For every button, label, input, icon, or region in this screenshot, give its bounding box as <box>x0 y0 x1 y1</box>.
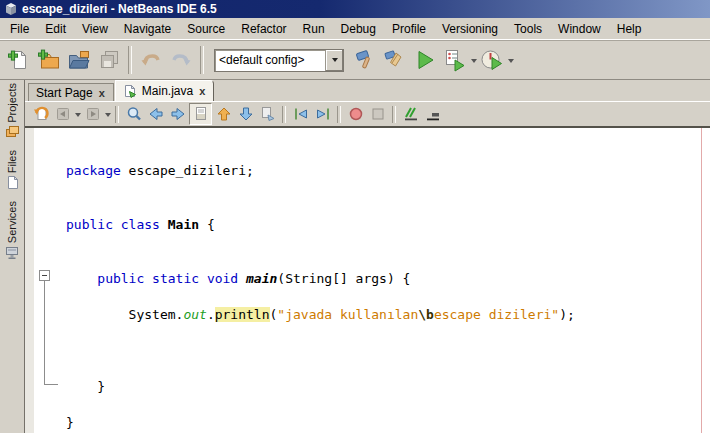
arrow-left-icon <box>147 105 165 123</box>
tab-label: Start Page <box>36 86 93 100</box>
toggle-highlight-search-button[interactable] <box>189 103 212 125</box>
document-tab-row: Start Page x Main.java x <box>25 80 710 101</box>
highlight-icon <box>192 105 210 123</box>
toolbar-separator <box>337 106 341 123</box>
find-next-button[interactable] <box>167 104 188 124</box>
sidebar-item-label: Projects <box>6 83 18 123</box>
back-dropdown-arrow-icon[interactable] <box>75 113 81 120</box>
code-line <box>66 198 575 216</box>
sidebar-item-files[interactable]: Files <box>5 150 20 190</box>
profile-dropdown-arrow-icon[interactable] <box>508 59 514 66</box>
files-icon <box>5 175 20 190</box>
window-title: escape_dizileri - NetBeans IDE 6.5 <box>22 2 217 16</box>
config-dropdown[interactable]: <default config> <box>214 49 344 72</box>
menu-tools[interactable]: Tools <box>506 19 550 39</box>
undo-button[interactable] <box>136 45 166 75</box>
stop-macro-recording-button[interactable] <box>367 104 388 124</box>
menu-view[interactable]: View <box>74 19 116 39</box>
new-project-button[interactable] <box>34 45 64 75</box>
toolbar-separator <box>282 106 286 123</box>
code-line <box>66 180 575 198</box>
start-macro-recording-button[interactable] <box>345 104 366 124</box>
find-selection-button[interactable] <box>123 104 144 124</box>
code-line: } <box>66 378 575 396</box>
save-all-button[interactable] <box>94 45 124 75</box>
forward-button[interactable] <box>82 104 103 124</box>
run-project-button[interactable] <box>410 45 440 75</box>
sidebar-item-label: Files <box>6 150 18 173</box>
menu-profile[interactable]: Profile <box>384 19 434 39</box>
back-button[interactable] <box>52 104 73 124</box>
code-line <box>66 396 575 414</box>
chevron-down-icon[interactable] <box>325 50 343 71</box>
clean-and-build-button[interactable] <box>380 45 410 75</box>
code-area[interactable]: package escape_dizileri; public class Ma… <box>25 128 575 432</box>
menu-bar: File Edit View Navigate Source Refactor … <box>0 18 710 40</box>
menu-run[interactable]: Run <box>295 19 333 39</box>
next-bookmark-button[interactable] <box>235 104 256 124</box>
menu-file[interactable]: File <box>2 19 37 39</box>
debug-project-button[interactable] <box>440 45 470 75</box>
code-editor[interactable]: package escape_dizileri; public class Ma… <box>25 128 710 433</box>
shift-line-right-button[interactable] <box>312 104 333 124</box>
search-icon <box>125 105 143 123</box>
close-icon[interactable]: x <box>198 85 206 97</box>
menu-help[interactable]: Help <box>609 19 650 39</box>
uncomment-button[interactable] <box>422 104 443 124</box>
save-all-icon <box>97 48 121 72</box>
toggle-bookmark-button[interactable] <box>257 104 278 124</box>
arrow-down-icon <box>237 105 255 123</box>
forward-icon <box>84 105 102 123</box>
shift-left-icon <box>292 105 310 123</box>
netbeans-cube-icon <box>4 2 18 16</box>
menu-debug[interactable]: Debug <box>333 19 384 39</box>
code-line <box>66 342 575 360</box>
arrow-right-icon <box>169 105 187 123</box>
menu-refactor[interactable]: Refactor <box>233 19 294 39</box>
run-icon <box>413 48 437 72</box>
code-line <box>66 288 575 306</box>
code-line <box>66 324 575 342</box>
last-edit-position-button[interactable] <box>30 104 51 124</box>
code-line: System.out.println("javada kullanılan\be… <box>66 306 575 324</box>
code-line: } <box>66 414 575 432</box>
open-project-icon <box>67 48 91 72</box>
editor-toolbar <box>25 101 710 128</box>
menu-edit[interactable]: Edit <box>37 19 74 39</box>
close-icon[interactable]: x <box>98 87 106 99</box>
stop-icon <box>369 105 387 123</box>
tab-main-java[interactable]: Main.java x <box>115 80 214 101</box>
find-previous-button[interactable] <box>145 104 166 124</box>
java-file-icon <box>123 84 137 98</box>
code-line <box>66 234 575 252</box>
new-project-icon <box>37 48 61 72</box>
open-project-button[interactable] <box>64 45 94 75</box>
menu-versioning[interactable]: Versioning <box>434 19 506 39</box>
build-hammer-icon <box>353 48 377 72</box>
redo-button[interactable] <box>166 45 196 75</box>
code-line <box>66 252 575 270</box>
sidebar-item-services[interactable]: Services <box>5 201 20 260</box>
menu-navigate[interactable]: Navigate <box>116 19 179 39</box>
last-edit-icon <box>32 105 50 123</box>
bookmark-icon <box>259 105 277 123</box>
profile-icon <box>480 48 504 72</box>
code-line: public class Main { <box>66 216 575 234</box>
forward-dropdown-arrow-icon[interactable] <box>105 113 111 120</box>
comment-button[interactable] <box>400 104 421 124</box>
arrow-up-icon <box>215 105 233 123</box>
previous-bookmark-button[interactable] <box>213 104 234 124</box>
toolbar-separator <box>128 46 132 74</box>
tab-start-page[interactable]: Start Page x <box>28 83 114 101</box>
main-toolbar: <default config> <box>0 40 710 80</box>
record-icon <box>347 105 365 123</box>
menu-window[interactable]: Window <box>550 19 609 39</box>
build-project-button[interactable] <box>350 45 380 75</box>
profile-project-button[interactable] <box>477 45 507 75</box>
back-icon <box>54 105 72 123</box>
services-icon <box>5 245 20 260</box>
sidebar-item-projects[interactable]: Projects <box>5 83 20 139</box>
shift-line-left-button[interactable] <box>290 104 311 124</box>
menu-source[interactable]: Source <box>179 19 233 39</box>
new-file-button[interactable] <box>4 45 34 75</box>
